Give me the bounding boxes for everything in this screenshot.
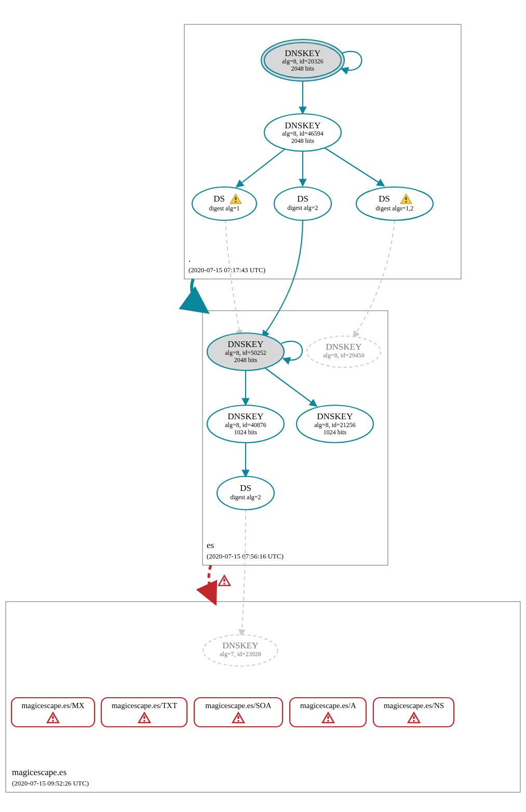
edge-esksk-zsk2 <box>265 368 317 406</box>
svg-text:2048 bits: 2048 bits <box>291 137 315 144</box>
svg-text:magicescape.es/MX: magicescape.es/MX <box>21 701 84 710</box>
svg-text:2048 bits: 2048 bits <box>234 356 258 364</box>
node-es-zsk2: DNSKEY alg=8, id=21256 1024 bits <box>296 405 373 443</box>
node-es-zsk1: DNSKEY alg=8, id=40876 1024 bits <box>207 405 284 443</box>
svg-text:magicescape.es/A: magicescape.es/A <box>300 701 356 710</box>
svg-text:DS: DS <box>240 483 251 493</box>
svg-point-16 <box>274 187 331 220</box>
node-leaf-key: DNSKEY alg=7, id=23928 <box>203 635 278 666</box>
svg-text:alg=7, id=23928: alg=7, id=23928 <box>220 650 261 658</box>
node-root-zsk: DNSKEY alg=8, id=46594 2048 bits <box>264 114 341 151</box>
svg-text:1024 bits: 1024 bits <box>323 429 347 436</box>
svg-text:DNSKEY: DNSKEY <box>326 342 362 352</box>
svg-text:digest alg=2: digest alg=2 <box>287 204 318 211</box>
svg-text:DNSKEY: DNSKEY <box>228 411 264 421</box>
edge-ds1-esksk <box>225 220 240 337</box>
svg-text:1024 bits: 1024 bits <box>234 429 258 436</box>
rrset-a: magicescape.es/A <box>290 698 366 727</box>
svg-text:magicescape.es/NS: magicescape.es/NS <box>384 701 444 710</box>
svg-text:digest algs=1,2: digest algs=1,2 <box>376 205 414 212</box>
edge-zsk-ds1 <box>236 147 288 187</box>
node-root-ksk: DNSKEY alg=8, id=20326 2048 bits <box>261 39 344 81</box>
svg-text:DS: DS <box>213 194 225 204</box>
svg-text:alg=8, id=40876: alg=8, id=40876 <box>225 421 266 429</box>
svg-text:digest alg=1: digest alg=1 <box>209 205 239 212</box>
rrset-txt: magicescape.es/TXT <box>101 698 187 727</box>
edge-deleg-es-leaf <box>209 565 214 602</box>
svg-text:DNSKEY: DNSKEY <box>285 48 321 58</box>
svg-point-13 <box>192 187 257 220</box>
svg-text:DS: DS <box>379 194 390 204</box>
svg-text:alg=8, id=20326: alg=8, id=20326 <box>282 58 323 65</box>
zone-label-root: . <box>188 254 191 264</box>
zone-box-leaf <box>6 602 520 792</box>
svg-text:digest alg=2: digest alg=2 <box>230 494 261 501</box>
rrset-soa: magicescape.es/SOA <box>194 698 282 727</box>
edge-zsk-ds3 <box>321 145 384 186</box>
node-ds3: DS digest algs=1,2 <box>356 187 433 220</box>
svg-text:alg=8, id=21256: alg=8, id=21256 <box>314 421 356 429</box>
rrset-mx: magicescape.es/MX <box>11 698 95 727</box>
rrset-ns: magicescape.es/NS <box>373 698 454 727</box>
svg-text:alg=8, id=50252: alg=8, id=50252 <box>225 349 266 356</box>
node-es-ds: DS digest alg=2 <box>217 476 274 510</box>
svg-text:DNSKEY: DNSKEY <box>285 121 321 130</box>
warning-icon <box>219 576 230 585</box>
svg-text:2048 bits: 2048 bits <box>291 65 315 72</box>
node-es-ghost: DNSKEY alg=8, id=29450 <box>307 336 381 367</box>
zone-label-es: es <box>207 540 214 550</box>
edge-esds-leafkey <box>241 509 246 636</box>
svg-point-37 <box>217 476 274 510</box>
svg-text:DNSKEY: DNSKEY <box>228 339 264 349</box>
svg-text:DNSKEY: DNSKEY <box>223 641 259 650</box>
node-ds1: DS digest alg=1 <box>192 187 257 220</box>
svg-text:DNSKEY: DNSKEY <box>317 411 353 421</box>
dnssec-diagram: . (2020-07-15 07:17:43 UTC) es (2020-07-… <box>0 0 526 812</box>
svg-text:alg=8, id=46594: alg=8, id=46594 <box>282 130 323 137</box>
edge-ds2-esksk <box>262 219 303 338</box>
svg-point-19 <box>356 187 433 220</box>
zone-label-leaf: magicescape.es <box>12 767 66 777</box>
edge-esksk-self <box>281 341 302 360</box>
zone-ts-leaf: (2020-07-15 09:52:26 UTC) <box>12 779 89 787</box>
svg-text:alg=8, id=29450: alg=8, id=29450 <box>323 352 365 359</box>
svg-text:magicescape.es/SOA: magicescape.es/SOA <box>205 701 271 710</box>
svg-text:DS: DS <box>297 194 308 204</box>
node-es-ksk: DNSKEY alg=8, id=50252 2048 bits <box>207 333 284 370</box>
node-ds2: DS digest alg=2 <box>274 187 331 220</box>
edge-deleg-root-es <box>192 279 205 311</box>
zone-ts-root: (2020-07-15 07:17:43 UTC) <box>188 266 265 274</box>
svg-text:magicescape.es/TXT: magicescape.es/TXT <box>112 701 177 710</box>
